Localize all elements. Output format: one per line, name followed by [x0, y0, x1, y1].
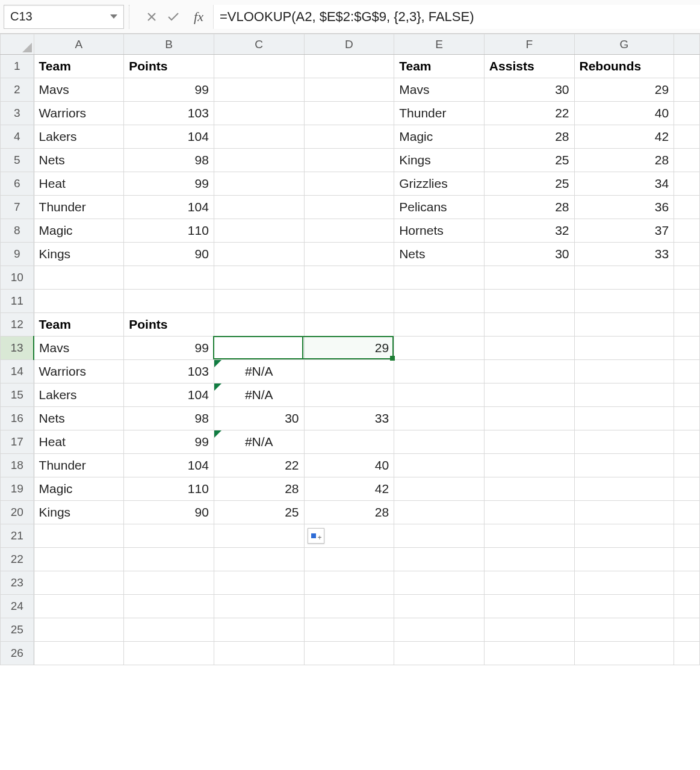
- cell-A20[interactable]: Kings: [34, 501, 124, 524]
- cell-C15[interactable]: #N/A: [214, 383, 304, 407]
- cell-E16[interactable]: [394, 407, 485, 430]
- cell-C16[interactable]: 30: [214, 407, 304, 430]
- cell-E6[interactable]: Grizzlies: [394, 172, 485, 196]
- cell-A5[interactable]: Nets: [34, 149, 124, 172]
- cell-extra-21[interactable]: [674, 524, 700, 548]
- cell-B1[interactable]: Points: [124, 55, 214, 78]
- cell-E20[interactable]: [394, 501, 485, 524]
- cell-A8[interactable]: Magic: [34, 219, 124, 243]
- cell-B25[interactable]: [124, 618, 214, 642]
- cell-F26[interactable]: [484, 642, 574, 665]
- cell-E7[interactable]: Pelicans: [394, 196, 485, 219]
- cell-G1[interactable]: Rebounds: [574, 55, 674, 78]
- cell-G2[interactable]: 29: [574, 78, 674, 102]
- cell-extra-16[interactable]: [674, 407, 700, 430]
- cell-G21[interactable]: [574, 524, 674, 548]
- cell-extra-19[interactable]: [674, 477, 700, 501]
- cell-F21[interactable]: [484, 524, 574, 548]
- cell-extra-1[interactable]: [674, 55, 700, 78]
- cell-C2[interactable]: [214, 78, 304, 102]
- cell-A14[interactable]: Warriors: [34, 360, 124, 383]
- cell-F3[interactable]: 22: [484, 102, 574, 125]
- col-header-C[interactable]: C: [214, 34, 304, 55]
- col-header-G[interactable]: G: [574, 34, 674, 55]
- col-header-extra[interactable]: [674, 34, 700, 55]
- row-header-20[interactable]: 20: [1, 501, 34, 524]
- cell-extra-6[interactable]: [674, 172, 700, 196]
- cell-extra-9[interactable]: [674, 243, 700, 266]
- cell-F23[interactable]: [484, 571, 574, 595]
- cell-A23[interactable]: [34, 571, 124, 595]
- cell-F8[interactable]: 32: [484, 219, 574, 243]
- cell-C3[interactable]: [214, 102, 304, 125]
- cell-E9[interactable]: Nets: [394, 243, 485, 266]
- cell-C11[interactable]: [214, 290, 304, 313]
- cell-D14[interactable]: [304, 360, 394, 383]
- cell-C8[interactable]: [214, 219, 304, 243]
- row-header-21[interactable]: 21: [1, 524, 34, 548]
- row-header-15[interactable]: 15: [1, 383, 34, 407]
- enter-button[interactable]: [163, 5, 184, 29]
- autofill-options-button[interactable]: +: [308, 528, 324, 544]
- cell-B11[interactable]: [124, 290, 214, 313]
- cell-D4[interactable]: [304, 125, 394, 149]
- row-header-1[interactable]: 1: [1, 55, 34, 78]
- cell-C26[interactable]: [214, 642, 304, 665]
- row-header-9[interactable]: 9: [1, 243, 34, 266]
- row-header-23[interactable]: 23: [1, 571, 34, 595]
- cell-extra-4[interactable]: [674, 125, 700, 149]
- cell-A11[interactable]: [34, 290, 124, 313]
- cell-G5[interactable]: 28: [574, 149, 674, 172]
- cell-C12[interactable]: [214, 313, 304, 337]
- cell-A18[interactable]: Thunder: [34, 454, 124, 477]
- cell-E5[interactable]: Kings: [394, 149, 485, 172]
- formula-input[interactable]: =VLOOKUP(A2, $E$2:$G$9, {2,3}, FALSE): [213, 5, 700, 29]
- cell-G20[interactable]: [574, 501, 674, 524]
- cell-A16[interactable]: Nets: [34, 407, 124, 430]
- cell-G19[interactable]: [574, 477, 674, 501]
- cell-C4[interactable]: [214, 125, 304, 149]
- cell-E2[interactable]: Mavs: [394, 78, 485, 102]
- cell-A3[interactable]: Warriors: [34, 102, 124, 125]
- cell-extra-11[interactable]: [674, 290, 700, 313]
- cell-B13[interactable]: 99: [124, 337, 214, 360]
- cell-C5[interactable]: [214, 149, 304, 172]
- cell-B18[interactable]: 104: [124, 454, 214, 477]
- cell-A12[interactable]: Team: [34, 313, 124, 337]
- cell-D2[interactable]: [304, 78, 394, 102]
- row-header-25[interactable]: 25: [1, 618, 34, 642]
- cell-G7[interactable]: 36: [574, 196, 674, 219]
- cell-extra-15[interactable]: [674, 383, 700, 407]
- cell-B4[interactable]: 104: [124, 125, 214, 149]
- cell-G8[interactable]: 37: [574, 219, 674, 243]
- cell-B3[interactable]: 103: [124, 102, 214, 125]
- cell-F19[interactable]: [484, 477, 574, 501]
- cell-D22[interactable]: [304, 548, 394, 571]
- cell-C20[interactable]: 25: [214, 501, 304, 524]
- cell-A6[interactable]: Heat: [34, 172, 124, 196]
- cell-A21[interactable]: [34, 524, 124, 548]
- row-header-10[interactable]: 10: [1, 266, 34, 290]
- row-header-24[interactable]: 24: [1, 595, 34, 618]
- cell-extra-17[interactable]: [674, 430, 700, 454]
- cell-A22[interactable]: [34, 548, 124, 571]
- cell-B5[interactable]: 98: [124, 149, 214, 172]
- cell-E21[interactable]: [394, 524, 485, 548]
- cell-A2[interactable]: Mavs: [34, 78, 124, 102]
- cell-F4[interactable]: 28: [484, 125, 574, 149]
- cell-F7[interactable]: 28: [484, 196, 574, 219]
- cell-A1[interactable]: Team: [34, 55, 124, 78]
- cell-G24[interactable]: [574, 595, 674, 618]
- cell-A26[interactable]: [34, 642, 124, 665]
- cell-B7[interactable]: 104: [124, 196, 214, 219]
- row-header-4[interactable]: 4: [1, 125, 34, 149]
- cell-G14[interactable]: [574, 360, 674, 383]
- cell-B19[interactable]: 110: [124, 477, 214, 501]
- cell-E24[interactable]: [394, 595, 485, 618]
- cell-B20[interactable]: 90: [124, 501, 214, 524]
- cell-D9[interactable]: [304, 243, 394, 266]
- insert-function-button[interactable]: fx: [184, 9, 213, 25]
- cell-B10[interactable]: [124, 266, 214, 290]
- cell-F25[interactable]: [484, 618, 574, 642]
- cell-G22[interactable]: [574, 548, 674, 571]
